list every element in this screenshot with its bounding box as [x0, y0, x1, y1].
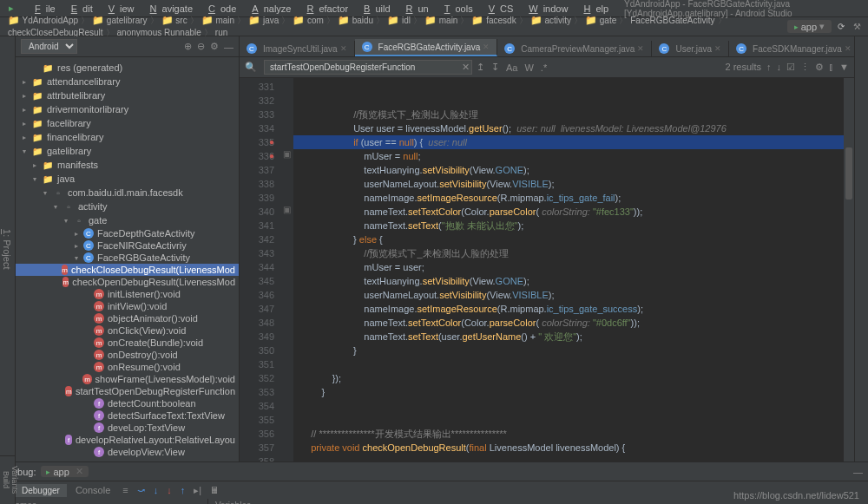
- breadcrumb-item[interactable]: FaceRGBGateActivity: [628, 16, 717, 25]
- hide-icon[interactable]: —: [224, 42, 233, 52]
- breadcrumb-item[interactable]: 📁 gatelibrary: [89, 16, 149, 25]
- project-tree[interactable]: 📁res (generated)▸📁attendancelibrary▸📁att…: [16, 57, 239, 461]
- tree-item[interactable]: ▸📁attendancelibrary: [16, 75, 239, 88]
- menu-vcs[interactable]: VCS: [478, 2, 519, 16]
- pin-icon[interactable]: ⋮: [800, 62, 810, 73]
- breadcrumb-item[interactable]: 📁 java: [246, 16, 281, 25]
- tree-item[interactable]: monClick(View):void: [16, 324, 239, 337]
- evaluate-icon[interactable]: 🖩: [207, 485, 223, 495]
- next-icon[interactable]: ↧: [491, 62, 499, 73]
- search-input[interactable]: [264, 60, 472, 75]
- line-gutter[interactable]: 331332333334●335●33633733833934034134234…: [240, 78, 279, 461]
- tree-item[interactable]: ▾📁java: [16, 172, 239, 186]
- breadcrumb-item[interactable]: 📁 activity: [528, 16, 574, 25]
- tree-item[interactable]: fdevelopView:View: [16, 446, 239, 458]
- editor-tab[interactable]: CFaceSDKManager.java✕: [729, 41, 854, 56]
- breadcrumb-item[interactable]: 📁 src: [159, 16, 190, 25]
- step-over-icon[interactable]: ⤻: [134, 485, 148, 496]
- menu-build[interactable]: Build: [353, 2, 395, 16]
- step-out-icon[interactable]: ↑: [177, 485, 189, 495]
- project-view-select[interactable]: Android: [21, 39, 77, 54]
- tree-item[interactable]: mshowFrame(LivenessModel):void: [16, 373, 239, 385]
- breadcrumb-item[interactable]: 📁 main: [422, 16, 460, 25]
- breadcrumb-item[interactable]: 📁 com: [290, 16, 326, 25]
- editor-tab[interactable]: CUser.java✕: [652, 41, 729, 56]
- run-to-cursor-icon[interactable]: ▸|: [190, 485, 205, 496]
- run-config-selector[interactable]: ▸app▾: [787, 20, 832, 33]
- tree-item[interactable]: ▾CFaceRGBGateActivity: [16, 252, 239, 264]
- tree-item[interactable]: minitListener():void: [16, 288, 239, 300]
- tab-debugger[interactable]: Debugger: [15, 484, 67, 497]
- tree-item[interactable]: minitView():void: [16, 300, 239, 312]
- menu-window[interactable]: Window: [518, 2, 573, 16]
- breadcrumb-item[interactable]: 📁 baidu: [335, 16, 376, 25]
- select-all-icon[interactable]: ☑: [786, 62, 795, 73]
- tab-console[interactable]: Console: [69, 483, 117, 497]
- collapse-icon[interactable]: ⊕: [184, 41, 192, 52]
- clear-icon[interactable]: ✕: [462, 62, 470, 73]
- tree-item[interactable]: mcheckCloseDebugResult(LivenessMod: [16, 264, 239, 276]
- menu-analyze[interactable]: Analyze: [241, 2, 296, 16]
- vertical-scrollbar[interactable]: [844, 78, 854, 461]
- menu-run[interactable]: Run: [396, 2, 434, 16]
- prev-icon[interactable]: ↥: [477, 62, 484, 73]
- tree-item[interactable]: ▸📁attrbutelibrary: [16, 88, 239, 102]
- threads-icon[interactable]: ≡: [119, 485, 131, 495]
- tree-item[interactable]: ▾▫gate: [16, 213, 239, 227]
- breadcrumb-item[interactable]: 📁 YdAndroidApp: [5, 16, 81, 25]
- tree-item[interactable]: mobjectAnimator():void: [16, 312, 239, 324]
- code-editor[interactable]: //预览模式下_检测出人脸处理 User user = livenessMode…: [293, 78, 844, 461]
- tree-item[interactable]: fdetectCount:boolean: [16, 397, 239, 409]
- minimize-icon[interactable]: —: [853, 467, 863, 477]
- tree-item[interactable]: fdeveLop:TextView: [16, 422, 239, 434]
- tree-item[interactable]: ▾▫activity: [16, 200, 239, 213]
- menu-navigate[interactable]: Navigate: [140, 2, 198, 16]
- tree-item[interactable]: ▸CFaceNIRGateActivriy: [16, 239, 239, 252]
- debug-config[interactable]: ▸app✕: [41, 466, 88, 477]
- gear-icon[interactable]: ⚙: [210, 41, 219, 52]
- editor-tab[interactable]: CFaceRGBGateActivity.java✕: [355, 39, 498, 56]
- menu-tools[interactable]: Tools: [434, 2, 478, 16]
- breadcrumb-item[interactable]: anonymous Runnable: [115, 28, 204, 37]
- frames-panel[interactable]: Frames: [0, 499, 208, 504]
- tree-item[interactable]: monDestroy():void: [16, 349, 239, 361]
- step-into-icon[interactable]: ↓: [150, 485, 162, 495]
- tree-item[interactable]: ▸CFaceDepthGateActivity: [16, 227, 239, 239]
- tree-item[interactable]: mcheckOpenDebugResult(LivenessMod: [16, 276, 239, 288]
- menu-file[interactable]: File: [24, 2, 61, 16]
- tree-item[interactable]: fdevelopRelativeLayout:RelativeLayou: [16, 434, 239, 446]
- breadcrumb-item[interactable]: 📁 main: [199, 16, 237, 25]
- tree-item[interactable]: monResume():void: [16, 361, 239, 373]
- menu-code[interactable]: Code: [198, 2, 241, 16]
- tool-build-variants[interactable]: Build Variants: [0, 456, 21, 504]
- tree-item[interactable]: 📁res (generated): [16, 61, 239, 75]
- tree-item[interactable]: ▸📁facelibrary: [16, 116, 239, 130]
- force-step-icon[interactable]: ↓: [163, 485, 175, 495]
- tree-item[interactable]: mstartTestOpenDebugRegisterFunction: [16, 385, 239, 397]
- tree-item[interactable]: monCreate(Bundle):void: [16, 337, 239, 349]
- tree-item[interactable]: ▸📁financelibrary: [16, 130, 239, 144]
- tree-item[interactable]: ▾▫com.baidu.idl.main.facesdk: [16, 186, 239, 200]
- breadcrumb-item[interactable]: 📁 idl: [385, 16, 413, 25]
- tool-project[interactable]: 1: Project: [0, 36, 14, 461]
- breadcrumb-item[interactable]: checkCloseDebugResult: [5, 28, 106, 37]
- editor-tab[interactable]: CImageSyncUtil.java✕: [240, 41, 355, 56]
- up-icon[interactable]: ↑: [766, 62, 772, 73]
- breadcrumb-item[interactable]: 📁 gate: [582, 16, 619, 25]
- menu-refactor[interactable]: Refactor: [296, 2, 353, 16]
- breadcrumb-item[interactable]: run: [213, 28, 230, 37]
- menu-view[interactable]: View: [98, 2, 140, 16]
- filter-icon[interactable]: ⚙: [815, 62, 824, 73]
- menu-edit[interactable]: Edit: [61, 2, 98, 16]
- tree-item[interactable]: ▸📁manifests: [16, 158, 239, 172]
- tree-item[interactable]: ▸📁drivermonitorlibrary: [16, 102, 239, 116]
- menu-help[interactable]: Help: [573, 2, 614, 16]
- editor-tab[interactable]: CCameraPreviewManager.java✕: [497, 41, 652, 56]
- down-icon[interactable]: ↓: [777, 62, 782, 73]
- hammer-icon[interactable]: ⚒: [851, 21, 863, 33]
- sync-icon[interactable]: ⟳: [835, 21, 847, 33]
- breadcrumb-item[interactable]: 📁 facesdk: [469, 16, 518, 25]
- tree-item[interactable]: ▾📁gatelibrary: [16, 144, 239, 158]
- options-icon[interactable]: ⊖: [197, 41, 205, 52]
- tree-item[interactable]: fdetectSurfaceText:TextView: [16, 409, 239, 422]
